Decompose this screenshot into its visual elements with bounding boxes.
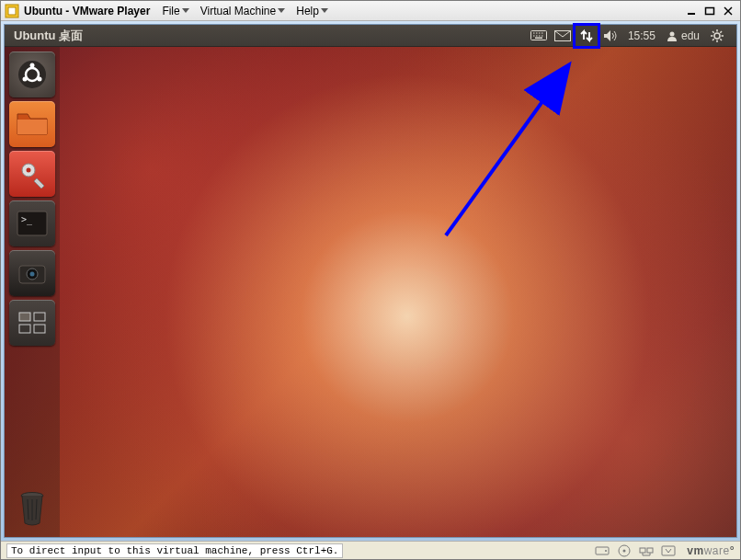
menu-help[interactable]: Help [293, 5, 331, 17]
svg-point-12 [669, 31, 674, 36]
camera-tile[interactable] [9, 250, 55, 296]
system-indicator[interactable] [705, 25, 729, 47]
vmware-title: Ubuntu - VMware Player [24, 5, 150, 17]
panel-title: Ubuntu 桌面 [14, 28, 83, 44]
vmware-status-bar: To direct input to this virtual machine,… [1, 541, 740, 559]
svg-rect-3 [706, 7, 714, 14]
minimize-button[interactable] [683, 5, 700, 17]
terminal-icon: >_ [16, 210, 49, 237]
svg-rect-37 [19, 325, 30, 333]
svg-rect-1 [8, 7, 16, 15]
svg-rect-27 [17, 120, 47, 134]
status-hdd-icon[interactable] [593, 543, 611, 558]
svg-rect-36 [34, 313, 45, 321]
user-icon [667, 30, 678, 41]
user-label: edu [681, 29, 700, 42]
workspace-icon [17, 311, 47, 335]
status-input-icon[interactable] [659, 543, 678, 558]
svg-point-34 [30, 272, 35, 277]
workspace-switcher-tile[interactable] [9, 300, 55, 346]
svg-rect-35 [19, 313, 30, 321]
svg-rect-48 [640, 548, 645, 553]
dash-home-tile[interactable] [9, 51, 55, 97]
vmware-menu: File Virtual Machine Help [159, 5, 331, 17]
terminal-tile[interactable]: >_ [9, 200, 55, 246]
menu-virtual-machine[interactable]: Virtual Machine [198, 5, 289, 17]
ubuntu-vm[interactable]: Ubuntu 桌面 15:55 edu [4, 24, 737, 538]
status-cd-icon[interactable] [615, 543, 633, 558]
vmware-content: Ubuntu 桌面 15:55 edu [1, 21, 740, 541]
menu-file[interactable]: File [159, 5, 191, 17]
wallpaper [5, 47, 736, 537]
unity-launcher: >_ [5, 47, 60, 537]
files-tile[interactable] [9, 101, 55, 147]
svg-text:>_: >_ [21, 214, 33, 225]
svg-line-21 [720, 31, 722, 33]
system-settings-tile[interactable] [9, 151, 55, 197]
wrench-gear-icon [17, 158, 48, 189]
status-text: To direct input to this virtual machine,… [6, 543, 343, 558]
ubuntu-top-panel: Ubuntu 桌面 15:55 edu [5, 25, 736, 47]
close-button[interactable] [720, 5, 736, 17]
svg-rect-9 [535, 37, 542, 39]
svg-point-45 [605, 550, 607, 552]
svg-rect-49 [647, 548, 653, 553]
network-indicator[interactable] [575, 25, 598, 47]
svg-marker-11 [604, 30, 610, 41]
svg-line-19 [720, 39, 722, 40]
ubuntu-desktop[interactable]: >_ [5, 47, 736, 537]
vmware-player-window: Ubuntu - VMware Player File Virtual Mach… [0, 0, 741, 560]
status-net-icon[interactable] [637, 543, 656, 558]
svg-point-25 [23, 77, 28, 82]
svg-rect-53 [662, 546, 675, 555]
svg-point-29 [27, 168, 31, 173]
svg-point-13 [714, 33, 720, 39]
svg-point-24 [30, 63, 35, 68]
svg-line-18 [712, 31, 714, 33]
user-indicator[interactable]: edu [661, 29, 705, 42]
camera-icon [17, 260, 48, 286]
sound-indicator[interactable] [598, 25, 622, 47]
keyboard-indicator[interactable] [527, 25, 551, 47]
svg-rect-38 [34, 325, 45, 333]
vmware-titlebar: Ubuntu - VMware Player File Virtual Mach… [1, 1, 740, 21]
vmware-app-icon [5, 4, 19, 18]
ubuntu-logo-icon [17, 59, 48, 90]
svg-point-26 [38, 77, 42, 82]
trash-icon [16, 488, 49, 527]
trash-tile[interactable] [10, 486, 54, 530]
svg-point-47 [623, 549, 626, 552]
clock-indicator[interactable]: 15:55 [622, 29, 661, 42]
svg-line-20 [712, 39, 714, 40]
vmware-logo: vmware° [687, 544, 735, 557]
maximize-button[interactable] [701, 5, 718, 17]
mail-indicator[interactable] [551, 25, 575, 47]
folder-icon [16, 110, 49, 138]
